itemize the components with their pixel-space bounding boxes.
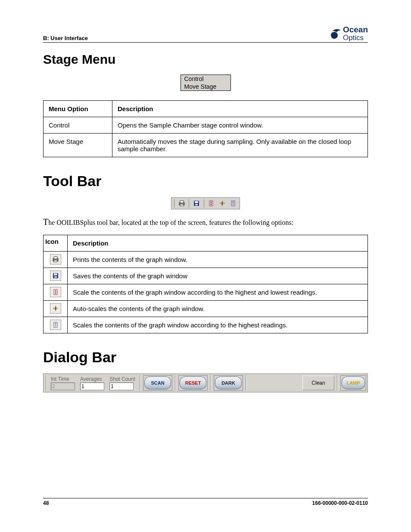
menu-item-control[interactable]: Control	[181, 75, 230, 83]
averages-field: Averages	[78, 376, 106, 390]
menu-item-move-stage[interactable]: Move Stage	[181, 83, 230, 90]
page-number: 48	[43, 500, 49, 506]
svg-rect-6	[195, 204, 198, 205]
stage-menu-dropdown: Control Move Stage	[181, 75, 231, 91]
autoscale-icon[interactable]	[218, 199, 227, 208]
autoscale-icon	[50, 303, 61, 314]
col-icon: Icon	[44, 235, 68, 252]
shot-count-label: Shot Count	[109, 376, 135, 382]
page-header: B: User Interface Ocean Optics	[43, 26, 368, 43]
svg-point-0	[331, 32, 338, 39]
save-icon	[50, 271, 61, 281]
svg-rect-5	[195, 201, 198, 203]
logo-text-bottom: Optics	[343, 34, 364, 42]
breadcrumb: B: User Interface	[43, 35, 88, 41]
int-time-input	[51, 383, 75, 390]
svg-rect-8	[221, 202, 223, 205]
shot-count-field: Shot Count	[108, 376, 137, 390]
col-description: Description	[112, 101, 368, 117]
shot-count-input[interactable]	[109, 383, 134, 390]
col-menu-option: Menu Option	[44, 101, 112, 117]
table-row: Auto-scales the contents of the graph wi…	[44, 301, 368, 317]
scale-both-icon[interactable]	[207, 199, 216, 208]
stage-menu-table: Menu Option Description Control Opens th…	[43, 100, 368, 157]
stage-menu-heading: Stage Menu	[43, 52, 368, 67]
averages-label: Averages	[80, 376, 104, 382]
tool-bar-heading: Tool Bar	[43, 173, 368, 190]
averages-input[interactable]	[80, 383, 104, 390]
svg-rect-14	[54, 274, 57, 275]
save-icon[interactable]	[192, 199, 201, 208]
scale-high-icon	[50, 320, 61, 330]
table-row: Control Opens the Sample Chamber stage c…	[44, 117, 368, 134]
page-footer: 48 166-00000-000-02-0110	[43, 498, 368, 506]
toolbar-intro: The OOILIBSplus tool bar, located at the…	[43, 217, 368, 227]
reset-button[interactable]: RESET	[180, 376, 206, 389]
dialog-bar: Int Time Averages Shot Count SCAN RESET …	[43, 373, 368, 392]
svg-rect-15	[54, 276, 57, 278]
table-row: Prints the contents of the graph window.	[44, 252, 368, 268]
table-row: Scales the contents of the graph window …	[44, 317, 368, 333]
brand-logo: Ocean Optics	[329, 26, 368, 41]
toolbar-screenshot	[171, 197, 240, 209]
svg-rect-2	[180, 201, 184, 203]
table-row: Scale the contents of the graph window a…	[44, 284, 368, 301]
dark-button[interactable]: DARK	[215, 376, 242, 389]
svg-rect-3	[180, 204, 184, 206]
doc-number: 166-00000-000-02-0110	[312, 500, 368, 506]
clean-button[interactable]: Clean	[302, 376, 334, 390]
logo-text-top: Ocean	[343, 25, 368, 34]
svg-rect-11	[54, 257, 57, 259]
scan-button[interactable]: SCAN	[144, 376, 171, 389]
ocean-optics-logo-icon	[329, 28, 342, 39]
lamp-button[interactable]: LAMP	[342, 376, 365, 389]
svg-rect-12	[54, 260, 57, 262]
table-row: Saves the contents of the graph window	[44, 268, 368, 284]
table-row: Move Stage Automatically moves the stage…	[44, 134, 368, 157]
col-description: Description	[68, 235, 368, 252]
int-time-label: Int Time	[51, 376, 75, 382]
print-icon	[50, 254, 61, 264]
dialog-bar-heading: Dialog Bar	[43, 349, 368, 366]
scale-both-icon	[50, 287, 61, 297]
toolbar-table: Icon Description Prints the contents of …	[43, 235, 368, 333]
svg-rect-17	[55, 307, 56, 310]
print-icon[interactable]	[177, 199, 186, 208]
scale-high-icon[interactable]	[229, 199, 238, 208]
int-time-field: Int Time	[49, 376, 77, 390]
